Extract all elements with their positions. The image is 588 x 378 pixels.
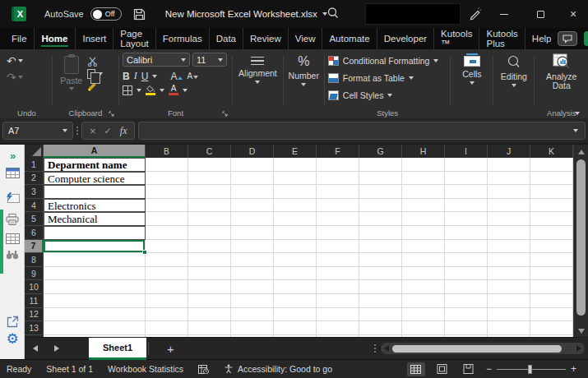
cell-F2[interactable]: [317, 172, 359, 186]
row-header-8[interactable]: 8: [25, 253, 44, 267]
row-header-1[interactable]: 1: [25, 158, 44, 172]
cell-C13[interactable]: [188, 321, 231, 335]
pen-icon[interactable]: [467, 7, 482, 21]
cell-G2[interactable]: [359, 172, 402, 186]
cell-D5[interactable]: [231, 212, 274, 226]
row-header-12[interactable]: 12: [25, 308, 44, 322]
cell-B1[interactable]: [146, 158, 188, 172]
undo-button[interactable]: ↶: [5, 53, 49, 69]
formula-input[interactable]: [138, 122, 586, 140]
row-header-3[interactable]: 3: [25, 185, 44, 199]
cell-B12[interactable]: [146, 308, 188, 322]
tabbar-resize-handle[interactable]: [374, 344, 376, 353]
cell-J9[interactable]: [488, 267, 530, 281]
cell-B9[interactable]: [146, 267, 188, 281]
cell-K10[interactable]: [530, 280, 573, 294]
cell-D9[interactable]: [231, 267, 274, 281]
cell-C11[interactable]: [188, 294, 231, 308]
cell-F1[interactable]: [317, 158, 359, 172]
cell-B10[interactable]: [146, 280, 188, 294]
cell-H10[interactable]: [402, 280, 445, 294]
cell-E1[interactable]: [274, 158, 317, 172]
column-header-A[interactable]: A: [44, 145, 146, 158]
row-header-7[interactable]: 7: [25, 240, 44, 254]
cell-F4[interactable]: [317, 199, 359, 213]
cell-J2[interactable]: [488, 172, 530, 186]
column-header-H[interactable]: H: [402, 145, 445, 158]
underline-button[interactable]: U: [141, 71, 149, 82]
cell-B8[interactable]: [146, 253, 188, 267]
cell-C8[interactable]: [188, 253, 231, 267]
cell-C12[interactable]: [188, 308, 231, 322]
row-header-6[interactable]: 6: [25, 226, 44, 240]
cell-C1[interactable]: [188, 158, 231, 172]
workbook-statistics[interactable]: Workbook Statistics: [108, 364, 183, 374]
cell-I10[interactable]: [445, 280, 488, 294]
cell-D13[interactable]: [231, 321, 274, 335]
bold-button[interactable]: B: [123, 71, 130, 82]
menu-data[interactable]: Data: [210, 28, 243, 49]
scroll-right-icon[interactable]: [576, 345, 581, 352]
kutools-pane-indicator[interactable]: [0, 210, 3, 274]
cell-I4[interactable]: [445, 199, 488, 213]
paste-button[interactable]: Paste: [56, 53, 87, 107]
cell-C4[interactable]: [188, 199, 231, 213]
menu-formulas[interactable]: Formulas: [156, 28, 210, 49]
cell-G3[interactable]: [359, 185, 402, 199]
cell-J11[interactable]: [488, 294, 530, 308]
cell-C5[interactable]: [188, 212, 231, 226]
formula-bar-resize-handle[interactable]: [76, 127, 78, 135]
cell-J3[interactable]: [488, 185, 530, 199]
row-header-4[interactable]: 4: [25, 199, 44, 213]
cancel-icon[interactable]: ×: [90, 125, 96, 137]
cell-D3[interactable]: [231, 185, 274, 199]
cell-A9[interactable]: [44, 267, 146, 281]
cell-G11[interactable]: [359, 294, 402, 308]
column-header-F[interactable]: F: [317, 145, 359, 158]
cell-A5[interactable]: Mechanical: [44, 212, 146, 226]
maximize-button[interactable]: [526, 0, 554, 28]
cell-H4[interactable]: [402, 199, 445, 213]
cell-G9[interactable]: [359, 267, 402, 281]
cell-B11[interactable]: [146, 294, 188, 308]
cell-K2[interactable]: [530, 172, 573, 186]
cell-C2[interactable]: [188, 172, 231, 186]
flash-fill-icon[interactable]: [0, 192, 25, 203]
cell-K5[interactable]: [530, 212, 573, 226]
row-header-10[interactable]: 10: [25, 280, 44, 294]
comments-button[interactable]: [558, 31, 577, 46]
horizontal-scroll-thumb[interactable]: [392, 345, 562, 353]
cell-E3[interactable]: [274, 185, 317, 199]
cell-F7[interactable]: [317, 240, 359, 254]
cell-B7[interactable]: [146, 240, 188, 254]
formula-bar-expand-icon[interactable]: [573, 129, 578, 132]
cell-D4[interactable]: [231, 199, 274, 213]
cell-I3[interactable]: [445, 185, 488, 199]
share-button[interactable]: [584, 31, 588, 46]
cell-E10[interactable]: [274, 280, 317, 294]
page-break-view-button[interactable]: [460, 362, 478, 376]
cell-J6[interactable]: [488, 226, 530, 240]
row-header-5[interactable]: 5: [25, 212, 44, 226]
menu-help[interactable]: Help: [525, 28, 558, 49]
cell-I11[interactable]: [445, 294, 488, 308]
cell-F8[interactable]: [317, 253, 359, 267]
cell-C6[interactable]: [188, 226, 231, 240]
cell-E5[interactable]: [274, 212, 317, 226]
cell-F5[interactable]: [317, 212, 359, 226]
column-header-J[interactable]: J: [488, 145, 530, 158]
conditional-formatting-button[interactable]: Conditional Formatting: [328, 53, 447, 68]
cells-button[interactable]: Cells: [452, 51, 491, 118]
cell-J13[interactable]: [488, 321, 530, 335]
page-layout-view-button[interactable]: [433, 362, 451, 376]
cell-E12[interactable]: [274, 308, 317, 322]
shrink-font-button[interactable]: A: [187, 71, 198, 81]
cell-A12[interactable]: [44, 308, 146, 322]
cell-E8[interactable]: [274, 253, 317, 267]
cell-G12[interactable]: [359, 308, 402, 322]
menu-home[interactable]: Home: [35, 28, 76, 49]
zoom-out-button[interactable]: −: [486, 363, 492, 375]
cell-I12[interactable]: [445, 308, 488, 322]
cell-H3[interactable]: [402, 185, 445, 199]
cell-H2[interactable]: [402, 172, 445, 186]
